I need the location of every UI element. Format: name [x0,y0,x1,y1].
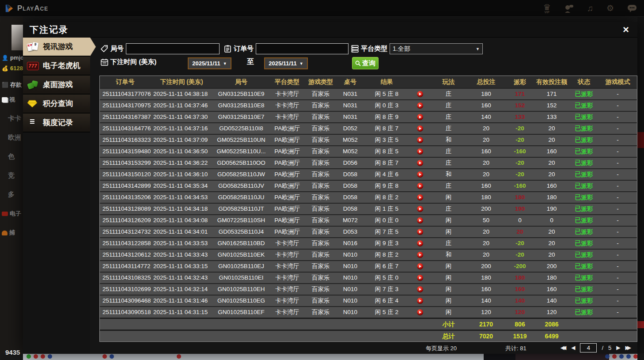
cell-game-mode: - [599,169,636,180]
cell-table-no: N016 [337,238,364,249]
cell-round-no: GN01025B110EF [212,307,270,318]
cell-play-type: 庄 [430,204,467,214]
round-no-input[interactable] [126,43,220,54]
cell-game-type: 百家乐 [304,135,337,145]
cell-bet-time: 2025-11-11 04:36:50 [151,146,212,157]
cell-round-no: GD05625B110OO [212,158,270,168]
cell-play-type: 庄 [430,238,467,249]
close-icon[interactable]: × [621,24,631,35]
order-no-input[interactable] [256,43,349,54]
sidebar-item-slots[interactable]: 777 电子老虎机 [23,57,90,76]
play-video-icon[interactable] [417,171,423,178]
page-number-input[interactable]: 4 [580,343,597,352]
play-video-icon[interactable] [417,229,423,235]
customer-service-icon[interactable] [564,4,574,13]
vip-icon[interactable]: ♛VIP [543,3,551,14]
play-video-icon[interactable] [417,160,423,166]
cell-valid-bet: 200 [535,261,568,272]
play-video-icon[interactable] [417,309,423,315]
play-video-icon[interactable] [417,263,423,269]
cell-table-no: M052 [337,135,364,145]
play-video-icon[interactable] [417,183,423,189]
cell-result: 闲 8 庄 2 [364,192,410,203]
cell-result: 闲 5 庄 2 [364,307,410,318]
cell-status: 已派彩 [568,135,599,145]
cell-valid-bet: 20 [535,238,568,249]
play-video-icon[interactable] [417,137,423,143]
cell-game-mode: - [599,261,636,272]
play-video-icon[interactable] [417,252,423,258]
first-page-button[interactable]: ◀◀ [561,343,566,352]
table-row: 251111043096468 2025-11-11 04:31:46 GN01… [100,295,637,306]
cell-bet-time: 2025-11-11 04:38:18 [151,89,212,99]
sidebar-item-video-games[interactable]: K♥9 视讯游戏 [23,38,90,57]
pagination-bar: 每页显示 20 共计: 81 ◀◀ ◀ 4 / 5 ▶ ▶▶ [90,341,637,354]
cell-platform: PA欧洲厅 [270,146,304,157]
cell-table-no: N031 [337,112,364,122]
play-video-icon[interactable] [417,298,423,304]
cell-table-no: N010 [337,250,364,260]
cell-platform: PA欧洲厅 [270,227,304,237]
cell-round-no: GD05325B110J4 [212,227,270,237]
cell-status: 已派彩 [568,112,599,122]
cell-game-mode: - [599,307,636,318]
cell-status: 已派彩 [568,146,599,157]
deposit-label: 存款 [10,81,22,89]
play-video-icon[interactable] [417,275,423,281]
cell-bet-time: 2025-11-11 04:33:15 [151,261,212,272]
cell-result: 闲 0 庄 3 [364,100,410,111]
cell-play-type: 和 [430,250,467,260]
play-video-icon[interactable] [417,125,423,132]
subtotal-valid: 2086 [535,319,568,330]
to-label: 至 [247,57,254,67]
play-video-icon[interactable] [417,206,423,212]
sidebar-item-points-query[interactable]: 积分查询 [23,95,90,114]
table-row: 251111043128089 2025-11-11 04:34:18 GD05… [100,203,637,214]
cell-status: 已派彩 [568,284,599,295]
cell-replay [410,284,430,295]
prev-page-button[interactable]: ◀ [571,343,575,352]
date-from-picker[interactable]: 2025/11/11▼ [188,57,231,69]
table-row: 251111043135206 2025-11-11 04:34:53 GD05… [100,191,637,203]
brand-logo[interactable]: PlayAce [4,4,48,13]
cell-game-type: 百家乐 [304,250,337,260]
settings-gear-icon[interactable]: ⚙ [606,4,614,12]
play-video-icon[interactable] [417,114,423,120]
play-video-icon[interactable] [417,91,423,97]
cell-play-type: 闲 [430,261,467,272]
last-page-button[interactable]: ▶▶ [625,343,631,352]
cell-payout: 20 [505,227,535,237]
play-video-icon[interactable] [417,102,423,109]
play-video-icon[interactable] [417,286,423,292]
cell-bet-time: 2025-11-11 04:33:43 [151,250,212,260]
play-video-icon[interactable] [417,217,423,224]
cell-result: 闲 4 庄 6 [364,169,410,180]
slot-machine-icon: 777 [27,61,39,71]
query-button[interactable]: 查询 [352,57,379,69]
cell-result: 闲 7 庄 5 [364,227,410,237]
sidebar-item-quota-records[interactable]: 额度记录 [23,114,90,133]
cell-table-no: N031 [337,89,364,99]
play-video-icon[interactable] [417,148,423,155]
cell-payout: -20 [505,169,535,180]
cell-payout: -160 [505,181,535,191]
next-page-button[interactable]: ▶ [616,343,620,352]
cell-platform: 卡卡湾厅 [270,261,304,272]
play-video-icon[interactable] [417,240,423,246]
cell-total-bet: 140 [467,112,505,122]
table-row: 251111043164776 2025-11-11 04:37:16 GD05… [100,122,637,134]
cell-game-type: 百家乐 [304,296,337,306]
platform-type-select[interactable]: 1.全部 ▼ [390,43,483,54]
play-video-icon[interactable] [417,194,423,201]
cell-game-mode: - [599,296,636,306]
playing-cards-icon: K♥9 [27,42,39,52]
cell-bet-time: 2025-11-11 04:34:53 [151,192,212,203]
cell-game-type: 百家乐 [304,273,337,283]
cell-game-type: 百家乐 [304,158,337,168]
cell-game-mode: - [599,123,636,134]
cell-round-no: GN01025B110EI [212,273,270,283]
chat-icon[interactable] [627,4,637,12]
sidebar-item-table-games[interactable]: 桌面游戏 [23,76,90,95]
music-icon[interactable]: ♫ [587,4,593,12]
date-to-picker[interactable]: 2025/11/11▼ [264,57,308,69]
